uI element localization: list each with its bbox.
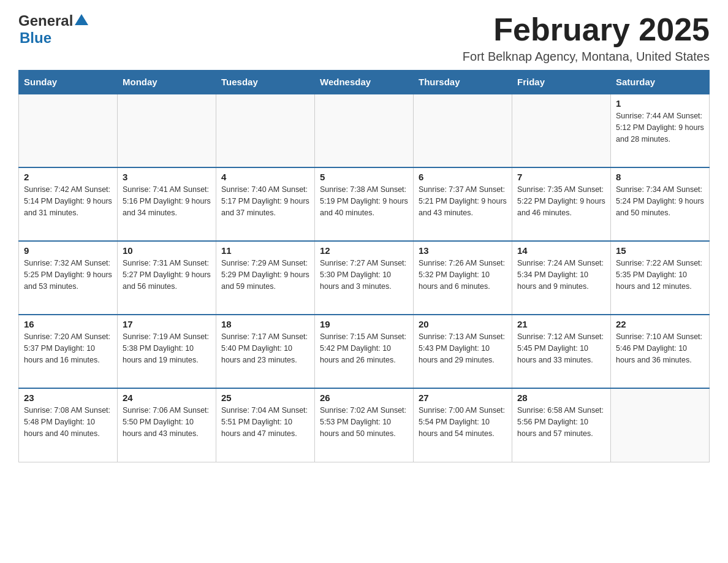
- day-info: Sunrise: 7:40 AM Sunset: 5:17 PM Dayligh…: [221, 184, 309, 218]
- day-number: 17: [123, 319, 211, 329]
- logo-blue-text: Blue: [20, 29, 51, 46]
- day-number: 4: [221, 172, 309, 182]
- day-info: Sunrise: 7:06 AM Sunset: 5:50 PM Dayligh…: [123, 405, 211, 439]
- day-number: 14: [517, 245, 605, 256]
- day-info: Sunrise: 7:12 AM Sunset: 5:45 PM Dayligh…: [517, 331, 605, 366]
- day-number: 9: [24, 245, 112, 256]
- day-number: 26: [320, 393, 408, 403]
- day-number: 8: [616, 172, 704, 182]
- weekday-header-wednesday: Wednesday: [315, 71, 414, 94]
- day-info: Sunrise: 7:41 AM Sunset: 5:16 PM Dayligh…: [123, 184, 211, 218]
- calendar-week-row: 1Sunrise: 7:44 AM Sunset: 5:12 PM Daylig…: [19, 94, 710, 167]
- day-info: Sunrise: 7:13 AM Sunset: 5:43 PM Dayligh…: [419, 331, 507, 366]
- day-number: 24: [123, 393, 211, 403]
- day-number: 1: [616, 98, 704, 109]
- day-number: 21: [517, 319, 605, 329]
- day-info: Sunrise: 7:29 AM Sunset: 5:29 PM Dayligh…: [221, 258, 309, 292]
- logo-triangle-icon: [75, 14, 88, 25]
- calendar-cell: 23Sunrise: 7:08 AM Sunset: 5:48 PM Dayli…: [19, 388, 118, 462]
- calendar-week-row: 16Sunrise: 7:20 AM Sunset: 5:37 PM Dayli…: [19, 315, 710, 388]
- title-section: February 2025 Fort Belknap Agency, Monta…: [463, 12, 710, 64]
- calendar-cell: [118, 94, 216, 167]
- calendar-cell: 2Sunrise: 7:42 AM Sunset: 5:14 PM Daylig…: [19, 167, 118, 241]
- calendar-cell: 20Sunrise: 7:13 AM Sunset: 5:43 PM Dayli…: [414, 315, 512, 388]
- calendar-cell: 5Sunrise: 7:38 AM Sunset: 5:19 PM Daylig…: [315, 167, 414, 241]
- day-info: Sunrise: 7:38 AM Sunset: 5:19 PM Dayligh…: [320, 184, 408, 218]
- day-info: Sunrise: 7:19 AM Sunset: 5:38 PM Dayligh…: [123, 331, 211, 366]
- calendar-cell: [512, 94, 611, 167]
- day-info: Sunrise: 7:37 AM Sunset: 5:21 PM Dayligh…: [419, 184, 507, 218]
- calendar-cell: 3Sunrise: 7:41 AM Sunset: 5:16 PM Daylig…: [118, 167, 216, 241]
- day-number: 16: [24, 319, 112, 329]
- location-subtitle: Fort Belknap Agency, Montana, United Sta…: [463, 50, 710, 64]
- day-number: 22: [616, 319, 704, 329]
- calendar-cell: 8Sunrise: 7:34 AM Sunset: 5:24 PM Daylig…: [611, 167, 710, 241]
- day-number: 3: [123, 172, 211, 182]
- day-info: Sunrise: 7:24 AM Sunset: 5:34 PM Dayligh…: [517, 258, 605, 292]
- page-header: General Blue February 2025 Fort Belknap …: [18, 12, 710, 64]
- day-number: 13: [419, 245, 507, 256]
- svg-marker-0: [75, 14, 88, 25]
- calendar-cell: 19Sunrise: 7:15 AM Sunset: 5:42 PM Dayli…: [315, 315, 414, 388]
- calendar-cell: [414, 94, 512, 167]
- calendar-cell: 4Sunrise: 7:40 AM Sunset: 5:17 PM Daylig…: [216, 167, 315, 241]
- day-info: Sunrise: 6:58 AM Sunset: 5:56 PM Dayligh…: [517, 405, 605, 439]
- calendar-cell: [216, 94, 315, 167]
- day-info: Sunrise: 7:35 AM Sunset: 5:22 PM Dayligh…: [517, 184, 605, 218]
- calendar-week-row: 2Sunrise: 7:42 AM Sunset: 5:14 PM Daylig…: [19, 167, 710, 241]
- day-number: 10: [123, 245, 211, 256]
- day-number: 6: [419, 172, 507, 182]
- day-info: Sunrise: 7:17 AM Sunset: 5:40 PM Dayligh…: [221, 331, 309, 366]
- day-number: 2: [24, 172, 112, 182]
- day-info: Sunrise: 7:00 AM Sunset: 5:54 PM Dayligh…: [419, 405, 507, 439]
- day-info: Sunrise: 7:34 AM Sunset: 5:24 PM Dayligh…: [616, 184, 704, 218]
- calendar-cell: 28Sunrise: 6:58 AM Sunset: 5:56 PM Dayli…: [512, 388, 611, 462]
- weekday-header-thursday: Thursday: [414, 71, 512, 94]
- calendar-cell: 15Sunrise: 7:22 AM Sunset: 5:35 PM Dayli…: [611, 241, 710, 315]
- calendar-table: SundayMondayTuesdayWednesdayThursdayFrid…: [18, 70, 710, 462]
- calendar-cell: [315, 94, 414, 167]
- calendar-week-row: 9Sunrise: 7:32 AM Sunset: 5:25 PM Daylig…: [19, 241, 710, 315]
- day-info: Sunrise: 7:44 AM Sunset: 5:12 PM Dayligh…: [616, 110, 704, 145]
- day-info: Sunrise: 7:20 AM Sunset: 5:37 PM Dayligh…: [24, 331, 112, 366]
- calendar-cell: 11Sunrise: 7:29 AM Sunset: 5:29 PM Dayli…: [216, 241, 315, 315]
- day-number: 25: [221, 393, 309, 403]
- day-info: Sunrise: 7:42 AM Sunset: 5:14 PM Dayligh…: [24, 184, 112, 218]
- calendar-cell: 6Sunrise: 7:37 AM Sunset: 5:21 PM Daylig…: [414, 167, 512, 241]
- calendar-cell: 14Sunrise: 7:24 AM Sunset: 5:34 PM Dayli…: [512, 241, 611, 315]
- day-info: Sunrise: 7:04 AM Sunset: 5:51 PM Dayligh…: [221, 405, 309, 439]
- calendar-cell: [611, 388, 710, 462]
- calendar-cell: 18Sunrise: 7:17 AM Sunset: 5:40 PM Dayli…: [216, 315, 315, 388]
- day-number: 5: [320, 172, 408, 182]
- day-info: Sunrise: 7:26 AM Sunset: 5:32 PM Dayligh…: [419, 258, 507, 292]
- calendar-cell: 16Sunrise: 7:20 AM Sunset: 5:37 PM Dayli…: [19, 315, 118, 388]
- day-number: 20: [419, 319, 507, 329]
- day-info: Sunrise: 7:15 AM Sunset: 5:42 PM Dayligh…: [320, 331, 408, 366]
- calendar-week-row: 23Sunrise: 7:08 AM Sunset: 5:48 PM Dayli…: [19, 388, 710, 462]
- day-info: Sunrise: 7:10 AM Sunset: 5:46 PM Dayligh…: [616, 331, 704, 366]
- calendar-cell: 10Sunrise: 7:31 AM Sunset: 5:27 PM Dayli…: [118, 241, 216, 315]
- calendar-cell: 25Sunrise: 7:04 AM Sunset: 5:51 PM Dayli…: [216, 388, 315, 462]
- calendar-cell: [19, 94, 118, 167]
- day-number: 12: [320, 245, 408, 256]
- day-info: Sunrise: 7:27 AM Sunset: 5:30 PM Dayligh…: [320, 258, 408, 292]
- calendar-cell: 24Sunrise: 7:06 AM Sunset: 5:50 PM Dayli…: [118, 388, 216, 462]
- calendar-cell: 27Sunrise: 7:00 AM Sunset: 5:54 PM Dayli…: [414, 388, 512, 462]
- calendar-cell: 22Sunrise: 7:10 AM Sunset: 5:46 PM Dayli…: [611, 315, 710, 388]
- weekday-header-sunday: Sunday: [19, 71, 118, 94]
- day-info: Sunrise: 7:02 AM Sunset: 5:53 PM Dayligh…: [320, 405, 408, 439]
- calendar-cell: 21Sunrise: 7:12 AM Sunset: 5:45 PM Dayli…: [512, 315, 611, 388]
- calendar-cell: 17Sunrise: 7:19 AM Sunset: 5:38 PM Dayli…: [118, 315, 216, 388]
- day-number: 7: [517, 172, 605, 182]
- calendar-cell: 13Sunrise: 7:26 AM Sunset: 5:32 PM Dayli…: [414, 241, 512, 315]
- day-info: Sunrise: 7:32 AM Sunset: 5:25 PM Dayligh…: [24, 258, 112, 292]
- calendar-cell: 9Sunrise: 7:32 AM Sunset: 5:25 PM Daylig…: [19, 241, 118, 315]
- weekday-header-friday: Friday: [512, 71, 611, 94]
- logo-general-text: General: [18, 12, 73, 29]
- weekday-header-monday: Monday: [118, 71, 216, 94]
- day-info: Sunrise: 7:22 AM Sunset: 5:35 PM Dayligh…: [616, 258, 704, 292]
- day-number: 23: [24, 393, 112, 403]
- day-info: Sunrise: 7:31 AM Sunset: 5:27 PM Dayligh…: [123, 258, 211, 292]
- month-title: February 2025: [463, 12, 710, 47]
- logo: General Blue: [18, 12, 88, 47]
